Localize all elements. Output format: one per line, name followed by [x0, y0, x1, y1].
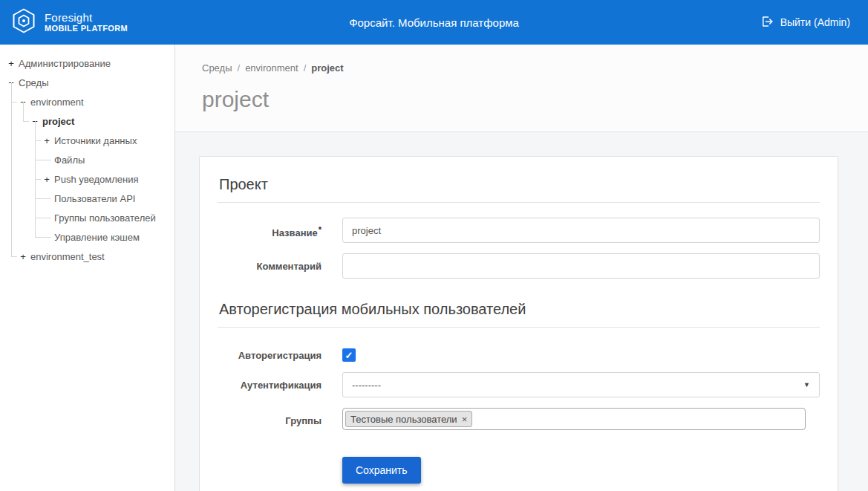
name-label-text: Название	[272, 227, 317, 238]
autoregistration-control: ✓	[342, 342, 820, 362]
authentication-control: --------- ▼	[342, 372, 820, 397]
tree-node-files: Файлы	[42, 150, 174, 169]
section-title-project: Проект	[218, 176, 820, 203]
tree-node-environment-test: + environment_test	[18, 247, 174, 266]
comment-control	[342, 253, 820, 279]
sidebar-item-push-notifications[interactable]: + Push уведомления	[42, 169, 174, 189]
tree-node-label: Администрирование	[19, 58, 111, 69]
sidebar-item-administration[interactable]: + Администрирование	[6, 53, 174, 73]
name-label: Название*	[218, 218, 322, 238]
autoregistration-label: Авторегистрация	[218, 342, 322, 361]
logout-button[interactable]: Выйти (Admin)	[760, 15, 850, 30]
tree-node-environments: − Среды − environment	[6, 73, 174, 266]
sidebar-item-files[interactable]: Файлы	[42, 150, 174, 169]
foresight-logo[interactable]: Foresight MOBILE PLATFORM	[10, 7, 128, 37]
remove-tag-icon[interactable]: ×	[462, 414, 468, 424]
expand-plus-icon[interactable]: +	[18, 251, 28, 262]
breadcrumb: Среды / environment / project	[202, 62, 841, 74]
groups-label: Группы	[218, 408, 322, 426]
breadcrumb-separator: /	[238, 62, 241, 74]
tree-node-label: Пользователи API	[54, 193, 135, 204]
comment-input[interactable]	[342, 253, 820, 279]
app-title: Форсайт. Мобильная платформа	[0, 16, 868, 29]
top-header: Foresight MOBILE PLATFORM Форсайт. Мобил…	[0, 0, 868, 45]
tree-node-label: Управление кэшем	[54, 232, 140, 243]
tree-node-label: Группы пользователей	[54, 212, 156, 224]
tree-node-label: environment_test	[30, 251, 105, 262]
form-row-name: Название*	[218, 218, 820, 243]
sidebar-item-environments[interactable]: − Среды	[6, 73, 174, 92]
logout-icon	[760, 15, 774, 30]
section-title-autoregistration: Авторегистрация мобильных пользователей	[218, 301, 820, 328]
checkmark-icon: ✓	[345, 351, 353, 360]
groups-control: Тестовые пользователи ×	[342, 408, 820, 430]
expand-plus-icon[interactable]: +	[42, 135, 52, 146]
logo-subtitle: MOBILE PLATFORM	[45, 24, 128, 33]
logout-label: Выйти (Admin)	[780, 16, 850, 28]
tree-node-environment: − environment − project	[18, 92, 174, 247]
sidebar-item-api-users[interactable]: Пользователи API	[42, 189, 174, 208]
page-title: project	[202, 87, 841, 112]
form-row-authentication: Аутентификация --------- ▼	[218, 372, 820, 397]
name-control	[342, 218, 820, 243]
breadcrumb-item-environment[interactable]: environment	[245, 62, 298, 74]
expand-plus-icon[interactable]: +	[6, 58, 16, 69]
sidebar-item-environment-test[interactable]: + environment_test	[18, 247, 174, 266]
tree-node-project: − project + Источники данных	[30, 111, 174, 247]
tree-node-cache: Управление кэшем	[42, 227, 174, 247]
breadcrumb-item-environments[interactable]: Среды	[202, 62, 232, 74]
name-input[interactable]	[342, 218, 820, 243]
tree-node-label: Файлы	[54, 155, 85, 166]
sidebar-item-cache-management[interactable]: Управление кэшем	[42, 227, 174, 247]
foresight-logo-icon	[10, 7, 37, 37]
logo-text: Foresight MOBILE PLATFORM	[45, 11, 128, 33]
required-asterisk: *	[319, 225, 322, 234]
tree-node-label: Источники данных	[54, 135, 137, 146]
sidebar-item-project[interactable]: − project	[30, 111, 174, 131]
sidebar-item-data-sources[interactable]: + Источники данных	[42, 131, 174, 150]
breadcrumb-separator: /	[304, 62, 307, 74]
logo-name: Foresight	[45, 11, 128, 24]
tree-children: − project + Источники данных	[18, 111, 174, 247]
tree-node-label: Среды	[19, 77, 49, 88]
tree-node-label: Push уведомления	[54, 174, 139, 185]
tree-node-user-groups: Группы пользователей	[42, 208, 174, 227]
form-row-autoregistration: Авторегистрация ✓	[218, 342, 820, 362]
authentication-select-value: ---------	[352, 380, 381, 391]
group-tag-label: Тестовые пользователи	[350, 414, 457, 425]
form-row-comment: Комментарий	[218, 253, 820, 279]
tree-node-administration: + Администрирование	[6, 53, 174, 73]
sidebar-item-user-groups[interactable]: Группы пользователей	[42, 208, 174, 227]
tree-node-label: project	[42, 116, 74, 127]
tree-node-data-sources: + Источники данных	[42, 131, 174, 150]
project-form-card: Проект Название* Комментарий	[199, 156, 838, 491]
chevron-down-icon: ▼	[803, 381, 810, 388]
sidebar-nav: + Администрирование − Среды − environmen…	[0, 45, 175, 491]
autoregistration-checkbox[interactable]: ✓	[342, 348, 356, 362]
form-row-groups: Группы Тестовые пользователи ×	[218, 408, 820, 430]
page-header: Среды / environment / project project	[175, 45, 868, 132]
authentication-select[interactable]: --------- ▼	[342, 372, 820, 397]
tree-node-label: environment	[30, 97, 84, 108]
groups-multiselect[interactable]: Тестовые пользователи ×	[342, 408, 806, 430]
save-button[interactable]: Сохранить	[342, 457, 421, 484]
group-tag: Тестовые пользователи ×	[345, 411, 472, 427]
content-area: Проект Название* Комментарий	[175, 132, 868, 491]
breadcrumb-item-current: project	[311, 62, 343, 74]
sidebar-item-environment[interactable]: − environment	[18, 92, 174, 111]
expand-plus-icon[interactable]: +	[42, 174, 52, 185]
main-content: Среды / environment / project project Пр…	[175, 45, 868, 491]
authentication-label: Аутентификация	[218, 372, 322, 391]
comment-label: Комментарий	[218, 253, 322, 272]
tree-children: + Источники данных Файлы	[30, 131, 174, 247]
nav-tree: + Администрирование − Среды − environmen…	[6, 53, 174, 266]
tree-node-api-users: Пользователи API	[42, 189, 174, 208]
app-window: Foresight MOBILE PLATFORM Форсайт. Мобил…	[0, 0, 868, 491]
tree-children: − environment − project	[6, 92, 174, 266]
tree-node-push: + Push уведомления	[42, 169, 174, 189]
